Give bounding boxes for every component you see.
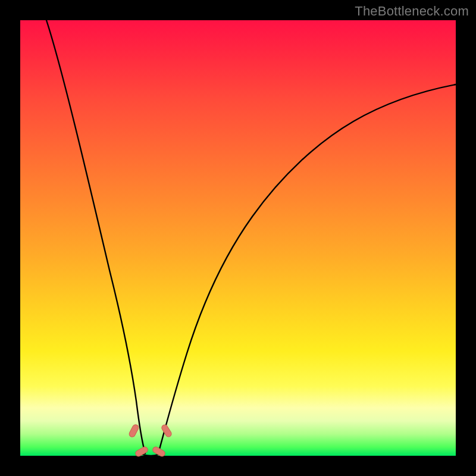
chart-frame: TheBottleneck.com [0,0,476,476]
plot-area [20,20,456,456]
markers-group [128,424,173,458]
curve-right-branch [158,84,456,453]
curve-layer [20,20,456,456]
curve-valley [143,455,158,456]
watermark-text: TheBottleneck.com [355,4,469,19]
curve-left-branch [46,20,145,453]
marker-left-low [128,424,139,438]
